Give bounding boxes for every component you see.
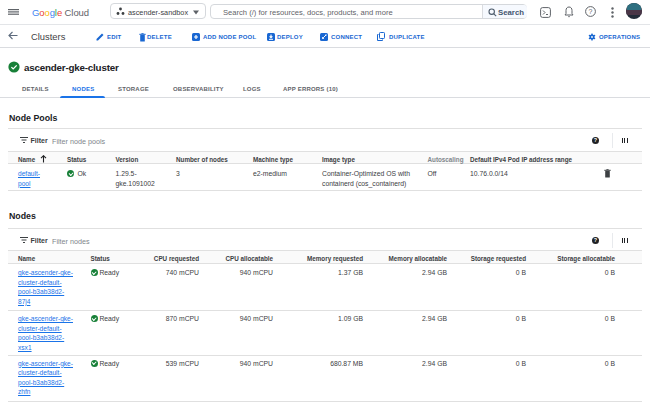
svg-text:?: ?: [589, 8, 593, 15]
